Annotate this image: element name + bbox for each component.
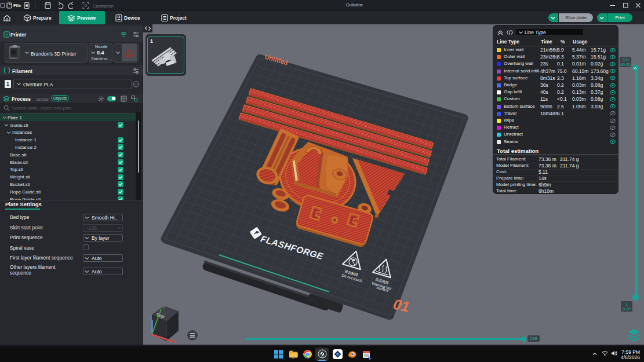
svg-text:X: X — [173, 339, 177, 345]
svg-text:01: 01 — [392, 296, 411, 315]
svg-text:Z: Z — [149, 315, 152, 320]
svg-text:Y: Y — [162, 305, 166, 310]
